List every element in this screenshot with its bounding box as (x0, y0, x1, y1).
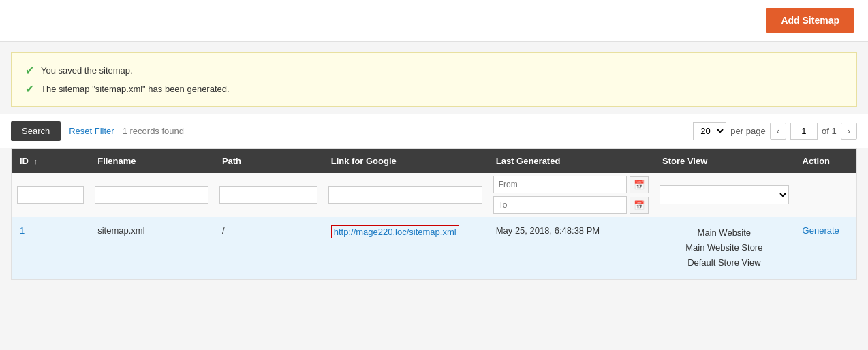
cell-path: / (214, 217, 323, 279)
success-item-2: ✔ The sitemap "sitemap.xml" has been gen… (25, 82, 843, 95)
filename-value: sitemap.xml (97, 225, 144, 236)
prev-page-button[interactable]: ‹ (770, 123, 786, 140)
filter-store-view-select[interactable]: Main Website (660, 185, 789, 204)
filter-link-input[interactable] (328, 186, 482, 204)
id-link[interactable]: 1 (20, 225, 25, 236)
filter-filename-input[interactable] (95, 186, 208, 204)
generate-link[interactable]: Generate (803, 225, 839, 236)
filter-filename-cell (89, 173, 214, 217)
date-to-input[interactable] (493, 196, 627, 214)
per-page-label: per page (730, 126, 765, 136)
cell-action: Generate (794, 217, 856, 279)
table-row: 1 sitemap.xml / http://mage220.loc/sitem… (12, 217, 856, 279)
th-last-generated: Last Generated (488, 149, 654, 173)
store-view-line3: Default Store View (662, 255, 786, 270)
filter-path-input[interactable] (219, 186, 317, 204)
filter-store-view-cell: Main Website (654, 173, 794, 217)
filter-row: 📅 📅 Main Website (12, 173, 856, 217)
filter-path-cell (214, 173, 323, 217)
pagination: 20 30 50 per page ‹ of 1 › (693, 122, 857, 140)
search-button[interactable]: Search (11, 121, 61, 141)
th-action: Action (794, 149, 856, 173)
store-view-line1: Main Website (662, 225, 786, 240)
sort-icon-id: ↑ (34, 157, 38, 165)
th-id[interactable]: ID ↑ (12, 149, 89, 173)
top-bar: Add Sitemap (0, 0, 868, 42)
records-found: 1 records found (123, 126, 184, 136)
last-generated-value: May 25, 2018, 6:48:38 PM (496, 225, 600, 236)
of-total-pages: of 1 (822, 126, 837, 136)
toolbar: Search Reset Filter 1 records found 20 3… (0, 114, 868, 148)
check-icon-1: ✔ (25, 64, 34, 77)
calendar-to-icon[interactable]: 📅 (630, 197, 649, 214)
page-input[interactable] (790, 123, 818, 140)
cell-id: 1 (12, 217, 89, 279)
add-sitemap-button[interactable]: Add Sitemap (766, 8, 854, 33)
cell-store-view: Main Website Main Website Store Default … (654, 217, 794, 279)
date-from-row: 📅 (493, 176, 649, 193)
table-wrapper: ID ↑ Filename Path Link for Google Last … (11, 148, 857, 280)
store-view-line2: Main Website Store (662, 240, 786, 255)
date-to-row: 📅 (493, 196, 649, 214)
date-from-input[interactable] (493, 176, 627, 193)
success-message-2: The sitemap "sitemap.xml" has been gener… (41, 84, 230, 94)
table-header-row: ID ↑ Filename Path Link for Google Last … (12, 149, 856, 173)
filter-id-input[interactable] (17, 186, 84, 204)
check-icon-2: ✔ (25, 82, 34, 95)
success-message-1: You saved the sitemap. (41, 65, 133, 76)
reset-filter-link[interactable]: Reset Filter (69, 126, 114, 136)
filter-date-cell: 📅 📅 (488, 173, 654, 217)
th-store-view: Store View (654, 149, 794, 173)
filter-action-cell (794, 173, 856, 217)
calendar-from-icon[interactable]: 📅 (630, 176, 649, 193)
next-page-button[interactable]: › (841, 123, 857, 140)
cell-link: http://mage220.loc/sitemap.xml (323, 217, 488, 279)
filter-link-cell (323, 173, 488, 217)
th-link-for-google: Link for Google (323, 149, 488, 173)
google-link[interactable]: http://mage220.loc/sitemap.xml (331, 225, 459, 238)
filter-id-cell (12, 173, 89, 217)
th-path: Path (214, 149, 323, 173)
cell-last-generated: May 25, 2018, 6:48:38 PM (488, 217, 654, 279)
per-page-select[interactable]: 20 30 50 (693, 122, 726, 140)
path-value: / (222, 225, 225, 236)
success-item-1: ✔ You saved the sitemap. (25, 64, 843, 77)
sitemap-table: ID ↑ Filename Path Link for Google Last … (12, 149, 856, 279)
cell-filename: sitemap.xml (89, 217, 214, 279)
th-filename: Filename (89, 149, 214, 173)
success-banner: ✔ You saved the sitemap. ✔ The sitemap "… (11, 52, 857, 107)
